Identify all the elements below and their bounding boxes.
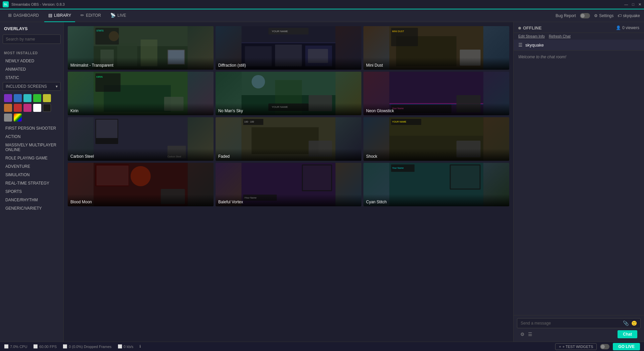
svg-text:MINI DUST: MINI DUST: [392, 30, 405, 32]
chat-panel: OFFLINE 👤 0 viewers Edit Stream Info Ref…: [513, 22, 644, 342]
chat-welcome-message: Welcome to the chat room!: [518, 55, 639, 59]
app-title: Streamlabs OBS - Version: 0.8.3: [11, 2, 65, 6]
live-toggle[interactable]: [600, 344, 609, 349]
overlay-label-baleful: Baleful Vortex: [216, 194, 361, 206]
bug-report-button[interactable]: Bug Report: [555, 13, 576, 18]
color-purple[interactable]: [4, 94, 12, 102]
filter-newly-added[interactable]: NEWLY ADDED: [3, 57, 61, 65]
color-teal[interactable]: [23, 94, 32, 102]
nav-library-label: LIBRARY: [54, 13, 71, 18]
navbar: ⊞ DASHBOARD ▤ LIBRARY ✏ EDITOR 📡 LIVE Bu…: [0, 9, 644, 22]
color-orange[interactable]: [4, 104, 12, 112]
viewer-count: 0 viewers: [622, 25, 639, 30]
person-icon: 👤: [616, 25, 621, 30]
theme-toggle[interactable]: [580, 13, 590, 18]
genre-fps[interactable]: FIRST PERSON SHOOTER: [3, 124, 61, 132]
go-live-button[interactable]: GO LIVE: [613, 343, 640, 350]
svg-text:100 · 100: 100 · 100: [244, 121, 254, 123]
chat-messages: Welcome to the chat room!: [514, 51, 644, 315]
bandwidth-icon: ⬜: [118, 344, 122, 349]
nav-right: Bug Report ⚙ Settings 🏷 skyquake: [555, 13, 640, 18]
offline-status: OFFLINE: [518, 25, 542, 30]
genre-generic[interactable]: GENERIC/VARIETY: [3, 204, 61, 212]
svg-rect-49: [96, 120, 118, 138]
color-green[interactable]: [33, 94, 41, 102]
overlay-card-cyan[interactable]: Your Name Cyan Stitch: [363, 163, 509, 206]
overlay-card-nomanssky[interactable]: YOUR NAME No Man's Sky: [216, 72, 361, 115]
overlay-card-mirage[interactable]: MINI DUST Mini Dust: [363, 26, 509, 70]
overlay-card-kirin[interactable]: KIRIN Kirin: [68, 72, 214, 115]
overlay-card-diffraction[interactable]: YOUR NAME Diffraction (still): [216, 26, 361, 70]
close-button[interactable]: ✕: [638, 2, 641, 7]
search-input[interactable]: [3, 34, 61, 44]
nav-library[interactable]: ▤ LIBRARY: [44, 9, 75, 22]
library-icon: ▤: [48, 13, 52, 18]
nav-live[interactable]: 📡 LIVE: [106, 9, 130, 22]
genre-dance[interactable]: DANCE/RHYTHM: [3, 196, 61, 204]
color-rainbow[interactable]: [14, 114, 22, 122]
user-icon: 🏷: [618, 13, 622, 18]
nav-dashboard-label: DASHBOARD: [13, 13, 39, 18]
color-blue[interactable]: [14, 94, 22, 102]
overlay-card-bloodmoon[interactable]: Blood Moon: [68, 163, 214, 206]
overlay-label-faded: Faded: [216, 149, 361, 161]
fps-value: 60.00 FPS: [39, 345, 57, 349]
chat-settings-icon[interactable]: ⚙: [520, 332, 525, 337]
cpu-icon: ⬜: [4, 344, 9, 349]
svg-rect-68: [97, 165, 129, 186]
color-yellow[interactable]: [43, 94, 51, 102]
info-icon[interactable]: ℹ: [139, 344, 141, 349]
cpu-status: ⬜ 7.0% CPU: [4, 344, 27, 349]
paperclip-icon[interactable]: 📎: [623, 321, 629, 326]
app-logo: SL: [3, 1, 9, 7]
titlebar: SL Streamlabs OBS - Version: 0.8.3 — □ ✕: [0, 0, 644, 9]
cpu-value: 7.0% CPU: [10, 345, 27, 349]
svg-point-35: [252, 75, 265, 88]
filter-animated[interactable]: ANIMATED: [3, 65, 61, 73]
included-screens-dropdown[interactable]: INCLUDED SCREENS ▾: [3, 82, 61, 91]
overlay-card-neon[interactable]: Your Name Neon Glowstick: [363, 72, 509, 115]
filter-static[interactable]: STATIC: [3, 74, 61, 82]
chat-send-button[interactable]: Chat: [618, 330, 637, 338]
chat-list-icon[interactable]: ☰: [528, 332, 532, 337]
dropped-frames-status: ⬜ 0 (0.0%) Dropped Frames: [63, 344, 111, 349]
color-gray[interactable]: [4, 114, 12, 122]
genre-rts[interactable]: REAL-TIME STRATEGY: [3, 179, 61, 187]
minimize-button[interactable]: —: [624, 2, 628, 7]
chat-message-input[interactable]: [521, 321, 621, 326]
fps-status: ⬜ 60.00 FPS: [33, 344, 57, 349]
edit-stream-info-link[interactable]: Edit Stream Info: [518, 34, 545, 38]
svg-rect-79: [451, 165, 480, 189]
overlay-card-carbon[interactable]: Carbon Steel Carbon Steel: [68, 117, 214, 161]
color-black[interactable]: [43, 104, 51, 112]
genre-sports[interactable]: SPORTS: [3, 188, 61, 196]
genre-simulation[interactable]: SIMULATION: [3, 171, 61, 179]
refresh-chat-link[interactable]: Refresh Chat: [549, 34, 571, 38]
bandwidth-value: 0 kb/s: [124, 345, 133, 349]
user-button[interactable]: 🏷 skyquake: [618, 13, 640, 18]
genre-mmo[interactable]: MASSIVELY MULTIPLAYER ONLINE: [3, 141, 61, 154]
settings-button[interactable]: ⚙ Settings: [594, 13, 613, 18]
dropped-value: 0 (0.0%) Dropped Frames: [69, 345, 111, 349]
color-red[interactable]: [14, 104, 22, 112]
test-widgets-button[interactable]: + + TEST WIDGETS: [555, 343, 597, 350]
statusbar: ⬜ 7.0% CPU ⬜ 60.00 FPS ⬜ 0 (0.0%) Droppe…: [0, 342, 644, 351]
genre-action[interactable]: ACTION: [3, 133, 61, 141]
genre-adventure[interactable]: ADVENTURE: [3, 162, 61, 170]
dropped-icon: ⬜: [63, 344, 67, 349]
status-dot: [518, 27, 521, 29]
chat-header: OFFLINE 👤 0 viewers: [514, 22, 644, 33]
overlay-card-faded[interactable]: 100 · 100 Faded: [216, 117, 361, 161]
nav-editor[interactable]: ✏ EDITOR: [76, 9, 105, 22]
svg-rect-73: [303, 165, 331, 190]
emoji-icon[interactable]: 🙂: [631, 321, 637, 326]
overlay-card-baleful[interactable]: /Your Name Baleful Vortex: [216, 163, 361, 206]
color-pink[interactable]: [23, 104, 32, 112]
sidebar: OVERLAYS MOST INSTALLED NEWLY ADDED ANIM…: [0, 22, 64, 342]
color-white[interactable]: [33, 104, 41, 112]
genre-rpg[interactable]: ROLE PLAYING GAME: [3, 154, 61, 162]
nav-dashboard[interactable]: ⊞ DASHBOARD: [4, 9, 43, 22]
overlay-card-minimalist[interactable]: STATS Minimalist - Transparent: [68, 26, 214, 70]
overlay-card-shock[interactable]: YOUR NAME Shock: [363, 117, 509, 161]
maximize-button[interactable]: □: [632, 2, 634, 7]
